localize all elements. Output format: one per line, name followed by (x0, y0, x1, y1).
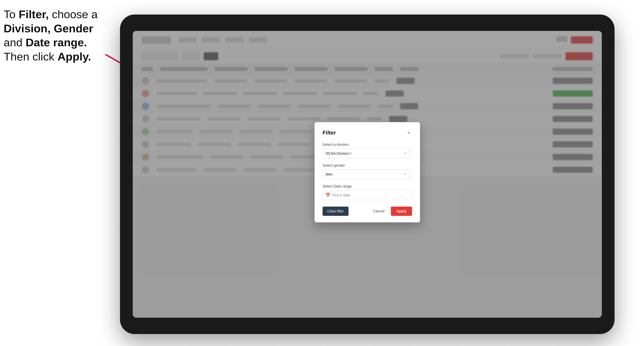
gender-select[interactable]: Men Women (322, 169, 412, 179)
apply-button[interactable]: Apply (391, 207, 412, 216)
modal-title: Filter (322, 130, 336, 136)
instruction-bold2: Division, Gender (4, 22, 93, 35)
instruction-line3: and Date range. (4, 36, 87, 49)
date-label: Select Date range (322, 184, 412, 188)
tablet-screen: Filter × Select a division NCAA Division… (133, 31, 602, 318)
filter-modal: Filter × Select a division NCAA Division… (314, 122, 420, 222)
tablet-frame: Filter × Select a division NCAA Division… (120, 14, 614, 334)
instruction-line4: Then click Apply. (4, 50, 91, 63)
division-group: Select a division NCAA Division I NCAA D… (322, 143, 412, 158)
gender-clear-icon[interactable]: × (404, 172, 406, 176)
date-input[interactable]: Pick a date (322, 190, 412, 200)
modal-header: Filter × (322, 129, 412, 136)
calendar-icon: 📅 (326, 193, 330, 197)
modal-footer-right: Cancel Apply (370, 207, 412, 216)
modal-close-button[interactable]: × (406, 129, 412, 136)
instruction-line1: To Filter, choose a (4, 8, 98, 20)
date-input-wrapper: 📅 Pick a date (322, 190, 412, 200)
gender-label: Select gender (322, 163, 412, 168)
division-label: Select a division (322, 143, 412, 147)
division-select-wrapper: NCAA Division I NCAA Division II NCAA Di… (322, 149, 412, 158)
cancel-button[interactable]: Cancel (370, 207, 388, 216)
gender-group: Select gender Men Women × ⌃⌄ (322, 163, 412, 179)
division-select[interactable]: NCAA Division I NCAA Division II NCAA Di… (322, 149, 412, 158)
date-group: Select Date range 📅 Pick a date (322, 184, 412, 200)
division-clear-icon[interactable]: × (404, 151, 406, 155)
gender-select-wrapper: Men Women × ⌃⌄ (322, 169, 412, 179)
clear-filter-button[interactable]: Clear filter (322, 207, 348, 216)
instruction-block: To Filter, choose a Division, Gender and… (4, 7, 109, 64)
modal-footer: Clear filter Cancel Apply (322, 207, 412, 216)
